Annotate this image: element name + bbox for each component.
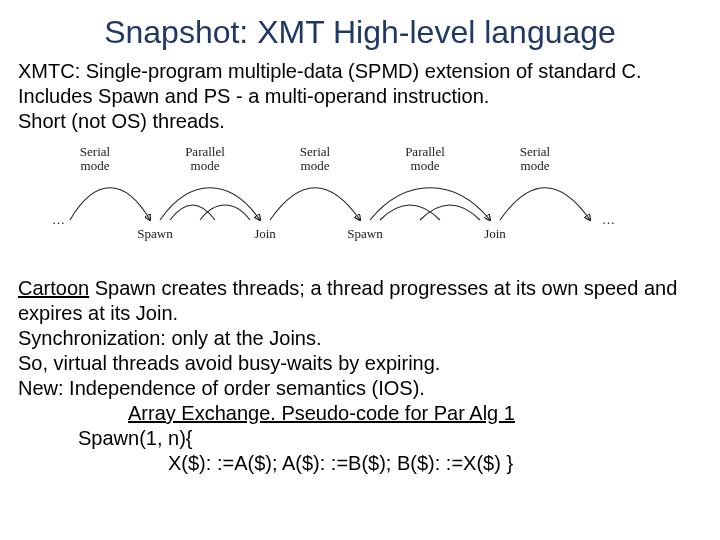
arc-serial-3 — [500, 188, 590, 220]
label-parallel-2: Parallel — [405, 144, 445, 159]
label-serial-3: Serial — [520, 144, 551, 159]
ellipsis-left: … — [52, 212, 65, 227]
slide: Snapshot: XMT High-level language XMTC: … — [0, 0, 720, 540]
spawn-join-diagram: Serial mode Parallel mode Serial mode Pa… — [40, 142, 680, 262]
ellipsis-right: … — [602, 212, 615, 227]
intro-line-2: Includes Spawn and PS - a multi-operand … — [18, 85, 489, 107]
thread-arc-1a — [170, 205, 215, 220]
array-exchange-heading: Array Exchange. Pseudo-code for Par Alg … — [128, 402, 515, 424]
arc-parallel-1 — [160, 188, 260, 220]
cartoon-underline: Cartoon — [18, 277, 89, 299]
arc-serial-2 — [270, 188, 360, 220]
label-mode-4: mode — [411, 158, 440, 173]
label-mode-3: mode — [301, 158, 330, 173]
slide-title: Snapshot: XMT High-level language — [18, 14, 702, 51]
label-join-1: Join — [254, 226, 276, 241]
lower-block: Cartoon Spawn creates threads; a thread … — [18, 276, 702, 476]
intro-line-3: Short (not OS) threads. — [18, 110, 225, 132]
label-mode-5: mode — [521, 158, 550, 173]
label-serial-1: Serial — [80, 144, 111, 159]
code-line-1: Spawn(1, n){ — [18, 427, 193, 449]
so-line: So, virtual threads avoid busy-waits by … — [18, 352, 440, 374]
arc-serial-1 — [70, 188, 150, 220]
thread-arc-2b — [420, 205, 480, 220]
label-spawn-2: Spawn — [347, 226, 383, 241]
label-mode-1: mode — [81, 158, 110, 173]
code-line-2: X($): :=A($); A($): :=B($); B($): :=X($)… — [18, 452, 513, 474]
sync-line: Synchronization: only at the Joins. — [18, 327, 322, 349]
intro-line-1: XMTC: Single-program multiple-data (SPMD… — [18, 60, 642, 82]
thread-arc-1b — [200, 205, 250, 220]
label-join-2: Join — [484, 226, 506, 241]
cartoon-rest: Spawn creates threads; a thread progress… — [18, 277, 677, 324]
new-line: New: Independence of order semantics (IO… — [18, 377, 425, 399]
label-mode-2: mode — [191, 158, 220, 173]
arc-parallel-2 — [370, 188, 490, 220]
intro-block: XMTC: Single-program multiple-data (SPMD… — [18, 59, 702, 134]
label-spawn-1: Spawn — [137, 226, 173, 241]
label-parallel-1: Parallel — [185, 144, 225, 159]
label-serial-2: Serial — [300, 144, 331, 159]
thread-arc-2a — [380, 205, 440, 220]
